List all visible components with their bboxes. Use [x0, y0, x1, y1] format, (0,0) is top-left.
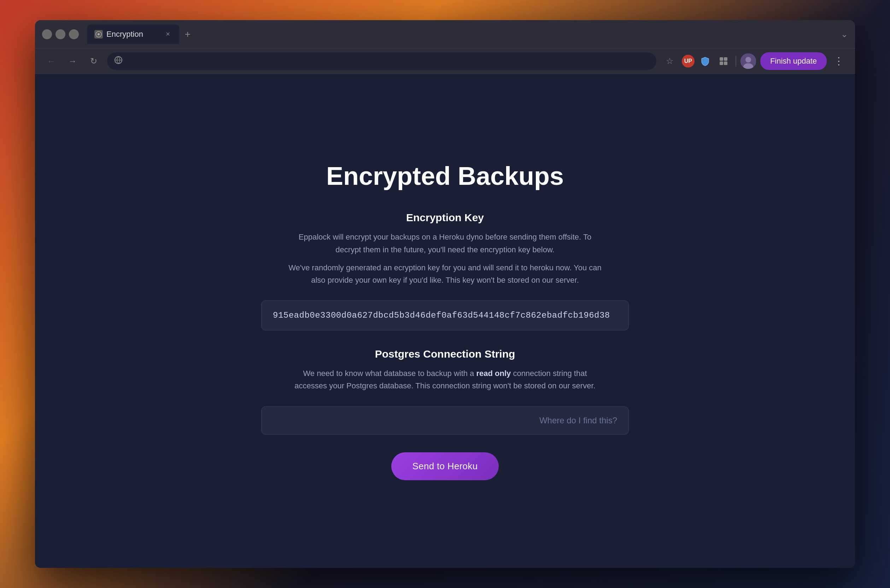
svg-rect-5 — [720, 62, 723, 65]
tab-dropdown-button[interactable]: ⌄ — [841, 29, 848, 39]
svg-rect-4 — [724, 57, 727, 61]
user-avatar[interactable] — [740, 53, 756, 69]
nav-bar: ← → ↻ ☆ UP — [35, 48, 855, 74]
forward-button[interactable]: → — [65, 53, 80, 69]
postgres-section: Postgres Connection String We need to kn… — [261, 348, 629, 480]
title-bar: Encryption × + ⌄ — [35, 20, 855, 48]
tab-favicon-icon — [95, 30, 103, 39]
postgres-section-title: Postgres Connection String — [375, 348, 515, 360]
tab-bar: Encryption × + — [87, 24, 835, 44]
maximize-window-button[interactable] — [69, 29, 79, 39]
nav-actions: ☆ UP — [662, 52, 846, 70]
svg-rect-6 — [724, 62, 727, 65]
active-tab[interactable]: Encryption × — [87, 24, 179, 44]
encryption-key-description-2: We've randomly generated an ecryption ke… — [286, 261, 604, 286]
content-area: Encrypted Backups Encryption Key Eppaloc… — [35, 74, 855, 568]
reload-button[interactable]: ↻ — [86, 53, 101, 69]
avatar-image — [740, 53, 756, 69]
address-bar[interactable] — [107, 52, 656, 70]
page-content: Encrypted Backups Encryption Key Eppaloc… — [233, 140, 657, 501]
bitwarden-extension-icon[interactable] — [699, 55, 711, 68]
svg-point-8 — [746, 57, 751, 63]
close-window-button[interactable] — [42, 29, 52, 39]
connection-string-input-wrapper[interactable]: Where do I find this? — [261, 406, 629, 435]
nav-separator — [735, 56, 736, 67]
encryption-key-display: 915eadb0e3300d0a627dbcd5b3d46def0af63d54… — [261, 300, 629, 330]
finish-update-button[interactable]: Finish update — [760, 52, 827, 70]
traffic-lights — [42, 29, 79, 39]
bookmark-button[interactable]: ☆ — [662, 53, 678, 69]
postgres-description-bold: read only — [476, 369, 511, 378]
minimize-window-button[interactable] — [56, 29, 65, 39]
encryption-key-value: 915eadb0e3300d0a627dbcd5b3d46def0af63d54… — [273, 310, 610, 320]
connection-string-input[interactable] — [273, 416, 539, 426]
extensions-button[interactable] — [716, 53, 731, 69]
send-to-heroku-button[interactable]: Send to Heroku — [391, 452, 499, 480]
svg-rect-3 — [720, 57, 723, 61]
ublock-extension-icon[interactable]: UP — [682, 55, 695, 68]
encryption-key-section-title: Encryption Key — [406, 212, 484, 224]
address-icon — [114, 56, 123, 66]
back-button[interactable]: ← — [44, 53, 59, 69]
tab-close-button[interactable]: × — [164, 30, 172, 39]
browser-window: Encryption × + ⌄ ← → ↻ ☆ UP — [35, 20, 855, 568]
connection-string-placeholder: Where do I find this? — [539, 416, 617, 426]
more-options-button[interactable]: ⋮ — [831, 55, 846, 67]
tab-title: Encryption — [107, 30, 160, 39]
new-tab-button[interactable]: + — [181, 27, 195, 41]
encryption-key-description-1: Eppalock will encrypt your backups on a … — [286, 231, 604, 255]
svg-point-1 — [98, 33, 100, 35]
postgres-description: We need to know what database to backup … — [286, 367, 604, 392]
page-title: Encrypted Backups — [326, 162, 564, 190]
postgres-description-prefix: We need to know what database to backup … — [303, 369, 476, 378]
